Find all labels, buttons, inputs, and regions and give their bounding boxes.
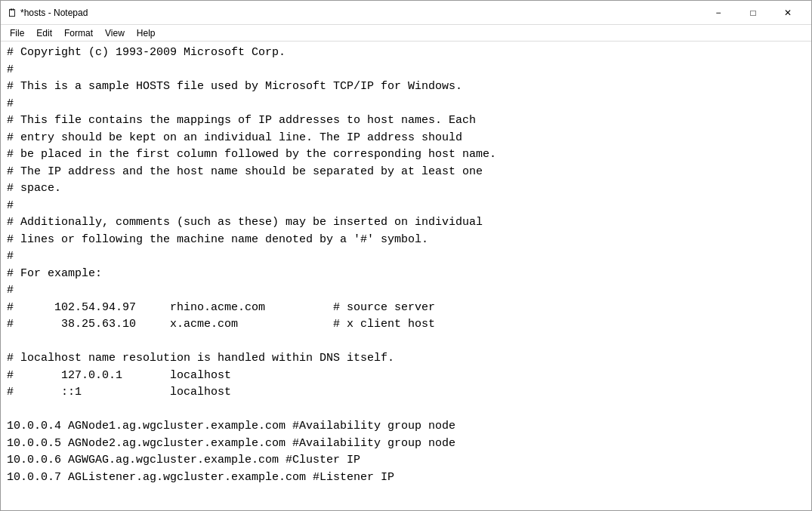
app-icon: 🗒: [7, 7, 17, 19]
close-button[interactable]: ✕: [770, 1, 805, 25]
menu-bar: File Edit Format View Help: [1, 25, 811, 42]
title-bar-controls: − □ ✕: [701, 1, 805, 25]
editor-scrollable[interactable]: # Copyright (c) 1993-2009 Microsoft Corp…: [1, 42, 811, 510]
editor-text[interactable]: # Copyright (c) 1993-2009 Microsoft Corp…: [7, 45, 805, 486]
menu-view[interactable]: View: [99, 26, 131, 40]
window-title: *hosts - Notepad: [20, 8, 701, 18]
editor-container: # Copyright (c) 1993-2009 Microsoft Corp…: [1, 42, 811, 510]
restore-button[interactable]: □: [736, 1, 770, 25]
menu-help[interactable]: Help: [131, 26, 162, 40]
menu-file[interactable]: File: [4, 26, 30, 40]
notepad-window: 🗒 *hosts - Notepad − □ ✕ File Edit Forma…: [0, 0, 812, 511]
menu-format[interactable]: Format: [58, 26, 99, 40]
menu-edit[interactable]: Edit: [30, 26, 58, 40]
title-bar: 🗒 *hosts - Notepad − □ ✕: [1, 1, 811, 25]
minimize-button[interactable]: −: [701, 1, 736, 25]
